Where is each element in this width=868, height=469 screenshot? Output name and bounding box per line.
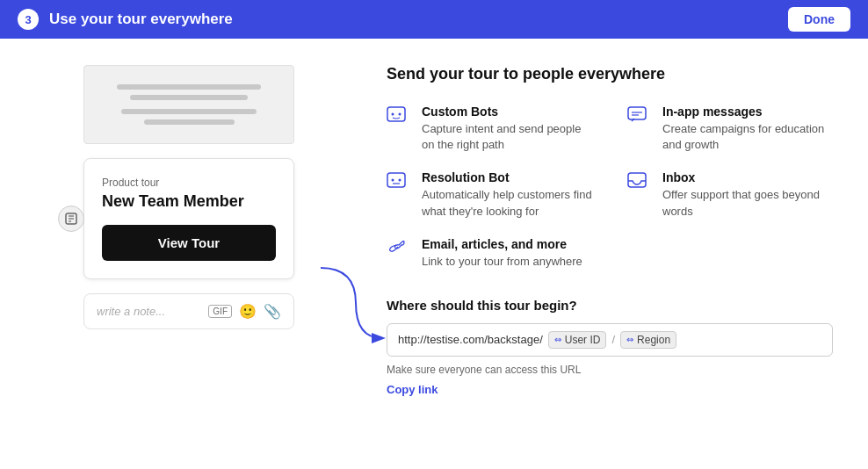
- svg-point-6: [399, 113, 401, 116]
- header-title: Use your tour everywhere: [49, 11, 233, 28]
- url-tag-label-userid: User ID: [565, 334, 601, 346]
- feature-desc-custom-bots: Capture intent and send people on the ri…: [422, 121, 592, 153]
- left-panel: Product tour New Team Member View Tour w…: [0, 39, 351, 469]
- url-separator: /: [611, 333, 615, 346]
- tour-card-icon: [58, 206, 84, 232]
- svg-point-5: [392, 113, 394, 116]
- header-left: 3 Use your tour everywhere: [18, 9, 233, 30]
- url-tag-icon-1: ⇔: [554, 335, 561, 344]
- feature-content-email: Email, articles, and more Link to your t…: [422, 237, 582, 270]
- view-tour-button[interactable]: View Tour: [102, 225, 276, 261]
- feature-name-resolution-bot: Resolution Bot: [422, 170, 592, 184]
- feature-name-email: Email, articles, and more: [422, 237, 582, 251]
- done-button[interactable]: Done: [788, 7, 850, 32]
- tour-title: New Team Member: [102, 192, 276, 211]
- right-panel: Send your tour to people everywhere Cust…: [351, 39, 868, 469]
- svg-rect-10: [387, 173, 405, 187]
- feature-name-custom-bots: Custom Bots: [422, 105, 592, 119]
- feature-resolution-bot: Resolution Bot Automatically help custom…: [387, 170, 592, 219]
- feature-inbox: Inbox Offer support that goes beyond wor…: [627, 170, 833, 219]
- preview-image: [83, 65, 294, 144]
- step-badge: 3: [18, 9, 39, 30]
- url-bar[interactable]: http://testise.com/backstage/ ⇔ User ID …: [387, 323, 833, 357]
- inbox-icon: [627, 172, 652, 191]
- header: 3 Use your tour everywhere Done: [0, 0, 868, 39]
- copy-link[interactable]: Copy link: [387, 383, 438, 396]
- feature-content-resolution-bot: Resolution Bot Automatically help custom…: [422, 170, 592, 219]
- tour-label: Product tour: [102, 177, 276, 189]
- emoji-icon[interactable]: 🙂: [239, 303, 257, 320]
- bot-icon: [387, 106, 411, 126]
- feature-desc-inapp: Create campaigns for education and growt…: [662, 121, 833, 153]
- tour-begin-title: Where should this tour begin?: [387, 298, 833, 313]
- feature-desc-resolution-bot: Automatically help customers find what t…: [422, 187, 592, 219]
- feature-name-inapp: In-app messages: [662, 105, 833, 119]
- attach-icon[interactable]: 📎: [264, 303, 281, 320]
- svg-rect-7: [628, 107, 646, 119]
- feature-custom-bots: Custom Bots Capture intent and send peop…: [387, 105, 592, 153]
- svg-point-11: [392, 179, 394, 182]
- url-tag-region: ⇔ Region: [620, 331, 676, 349]
- url-tag-icon-2: ⇔: [626, 335, 633, 344]
- feature-name-inbox: Inbox: [662, 170, 833, 184]
- send-title: Send your tour to people everywhere: [387, 65, 833, 83]
- tour-begin-section: Where should this tour begin? http://tes…: [387, 298, 833, 397]
- link-icon: [387, 239, 411, 258]
- main-content: Product tour New Team Member View Tour w…: [0, 39, 868, 469]
- tour-card: Product tour New Team Member View Tour: [83, 158, 294, 279]
- url-tag-userid: ⇔ User ID: [548, 331, 607, 349]
- gif-badge[interactable]: GIF: [208, 305, 232, 318]
- feature-content-inbox: Inbox Offer support that goes beyond wor…: [662, 170, 833, 219]
- message-icon: [627, 106, 652, 126]
- url-note: Make sure everyone can access this URL: [387, 364, 833, 376]
- chat-placeholder: write a note...: [97, 305, 165, 318]
- resolution-bot-icon: [387, 172, 411, 191]
- feature-inapp: In-app messages Create campaigns for edu…: [627, 105, 833, 153]
- feature-desc-inbox: Offer support that goes beyond words: [662, 187, 833, 219]
- url-tag-label-region: Region: [637, 334, 670, 346]
- feature-content-inapp: In-app messages Create campaigns for edu…: [662, 105, 833, 153]
- feature-content-custom-bots: Custom Bots Capture intent and send peop…: [422, 105, 592, 153]
- chat-input-area[interactable]: write a note... GIF 🙂 📎: [83, 293, 294, 329]
- svg-point-12: [399, 179, 401, 182]
- feature-desc-email: Link to your tour from anywhere: [422, 254, 582, 270]
- features-grid: Custom Bots Capture intent and send peop…: [387, 105, 833, 270]
- feature-email: Email, articles, and more Link to your t…: [387, 237, 592, 270]
- chat-actions: GIF 🙂 📎: [208, 303, 281, 320]
- url-text: http://testise.com/backstage/: [398, 333, 543, 346]
